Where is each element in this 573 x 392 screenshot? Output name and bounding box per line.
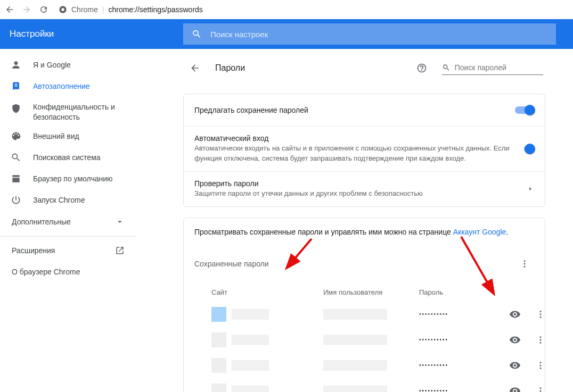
saved-passwords-menu-button[interactable]: [515, 254, 534, 273]
sidebar-item-about[interactable]: О браузере Chrome: [0, 261, 136, 282]
svg-point-12: [540, 364, 542, 366]
search-icon: [11, 152, 21, 163]
svg-point-6: [540, 313, 542, 315]
svg-point-2: [524, 260, 526, 262]
password-masked: ••••••••••: [419, 337, 499, 343]
nav-back-button[interactable]: [4, 4, 15, 15]
password-row[interactable]: ••••••••••: [194, 327, 534, 353]
offer-save-row[interactable]: Предлагать сохранение паролей: [184, 94, 545, 126]
sidebar-item-search-engine[interactable]: Поисковая система: [0, 147, 136, 168]
user-redacted: [323, 386, 387, 392]
sidebar-item-label: Поисковая система: [33, 153, 101, 162]
site-redacted: [232, 335, 269, 345]
password-row-menu-button[interactable]: [531, 330, 550, 349]
user-redacted: [323, 335, 387, 345]
person-icon: [11, 60, 21, 70]
chevron-down-icon: [115, 217, 125, 227]
header-search-input[interactable]: [210, 30, 547, 39]
sidebar: Я и Google Автозаполнение Конфиденциальн…: [0, 49, 136, 392]
kebab-icon: [536, 310, 545, 319]
reveal-password-button[interactable]: [499, 308, 531, 320]
user-redacted: [323, 360, 387, 371]
open-in-new-icon: [115, 246, 125, 255]
sidebar-advanced-toggle[interactable]: Дополнительные: [0, 211, 136, 233]
site-favicon: [211, 307, 226, 322]
address-bar[interactable]: Chrome | chrome://settings/passwords: [55, 5, 203, 14]
header-search[interactable]: [183, 23, 556, 45]
address-separator: |: [102, 5, 104, 14]
auto-signin-row[interactable]: Автоматический вход Автоматически входит…: [184, 126, 545, 171]
password-table: Сайт Имя пользователя Пароль ••••••••••: [184, 278, 545, 392]
password-masked: ••••••••••: [419, 388, 499, 392]
address-product: Chrome: [71, 5, 98, 14]
password-row[interactable]: ••••••••••: [194, 302, 534, 327]
offer-save-label: Предлагать сохранение паролей: [194, 106, 308, 114]
sidebar-item-autofill[interactable]: Автозаполнение: [0, 76, 136, 97]
svg-point-13: [540, 367, 542, 369]
site-redacted: [232, 386, 269, 392]
check-passwords-desc: Защитите пароли от утечки данных и други…: [194, 189, 423, 199]
browser-toolbar: Chrome | chrome://settings/passwords: [0, 0, 573, 19]
password-search[interactable]: [442, 62, 543, 75]
page-header: Пароли: [183, 53, 545, 83]
col-user: Имя пользователя: [323, 288, 419, 296]
main-pane: Пароли Предлагать сохранение паролей: [136, 49, 573, 392]
sidebar-item-label: Я и Google: [33, 61, 71, 69]
back-button[interactable]: [185, 59, 204, 78]
svg-point-7: [540, 316, 542, 318]
eye-icon: [509, 360, 521, 371]
password-row-menu-button[interactable]: [531, 356, 550, 375]
svg-point-10: [540, 341, 542, 343]
site-redacted: [232, 309, 269, 320]
palette-icon: [11, 131, 21, 141]
site-favicon: [211, 358, 226, 373]
nav-forward-button[interactable]: [21, 4, 32, 15]
svg-point-8: [540, 336, 542, 338]
user-redacted: [323, 309, 387, 320]
svg-point-14: [540, 387, 542, 389]
check-passwords-label: Проверить пароли: [194, 179, 423, 188]
about-label: О браузере Chrome: [12, 268, 80, 276]
auto-signin-desc: Автоматически входить на сайты и в прило…: [194, 144, 513, 164]
auto-signin-toggle[interactable]: [524, 145, 535, 153]
sidebar-item-privacy[interactable]: Конфиденциальность и безопасность: [0, 97, 136, 126]
saved-passwords-card: Просматривать сохраненные пароли и управ…: [183, 218, 545, 392]
app-header: Настройки: [0, 19, 573, 49]
col-site: Сайт: [211, 288, 323, 296]
col-pass: Пароль: [419, 288, 499, 296]
password-table-header: Сайт Имя пользователя Пароль: [194, 278, 534, 302]
manage-info: Просматривать сохраненные пароли и управ…: [184, 218, 545, 238]
extensions-label: Расширения: [12, 246, 55, 255]
sidebar-item-on-startup[interactable]: Запуск Chrome: [0, 189, 136, 211]
sidebar-item-appearance[interactable]: Внешний вид: [0, 126, 136, 147]
reveal-password-button[interactable]: [499, 334, 531, 346]
check-passwords-row[interactable]: Проверить пароли Защитите пароли от утеч…: [184, 171, 545, 206]
autofill-icon: [11, 81, 21, 91]
reveal-password-button[interactable]: [499, 360, 531, 371]
password-search-input[interactable]: [455, 63, 543, 72]
page-title: Пароли: [215, 63, 245, 73]
advanced-label: Дополнительные: [12, 218, 71, 226]
reveal-password-button[interactable]: [499, 385, 531, 392]
sidebar-item-label: Автозаполнение: [33, 82, 90, 90]
auto-signin-label: Автоматический вход: [194, 134, 513, 143]
password-row-menu-button[interactable]: [531, 381, 550, 392]
password-masked: ••••••••••: [419, 362, 499, 368]
sidebar-item-default-browser[interactable]: Браузер по умолчанию: [0, 168, 136, 189]
sidebar-item-label: Внешний вид: [33, 132, 79, 140]
sidebar-item-you-and-google[interactable]: Я и Google: [0, 54, 136, 76]
saved-passwords-title: Сохраненные пароли: [194, 260, 269, 268]
kebab-icon: [520, 259, 529, 269]
password-row[interactable]: ••••••••••: [194, 378, 534, 392]
password-row[interactable]: ••••••••••: [194, 353, 534, 378]
password-row-menu-button[interactable]: [531, 305, 550, 324]
kebab-icon: [536, 361, 545, 370]
settings-card: Предлагать сохранение паролей Автоматиче…: [183, 94, 545, 207]
sidebar-item-extensions[interactable]: Расширения: [0, 240, 136, 261]
svg-point-11: [540, 362, 542, 363]
search-icon: [442, 63, 451, 72]
google-account-link[interactable]: Аккаунт Google: [453, 228, 506, 236]
nav-reload-button[interactable]: [38, 4, 49, 15]
offer-save-toggle[interactable]: [515, 106, 534, 114]
help-button[interactable]: [412, 59, 431, 78]
